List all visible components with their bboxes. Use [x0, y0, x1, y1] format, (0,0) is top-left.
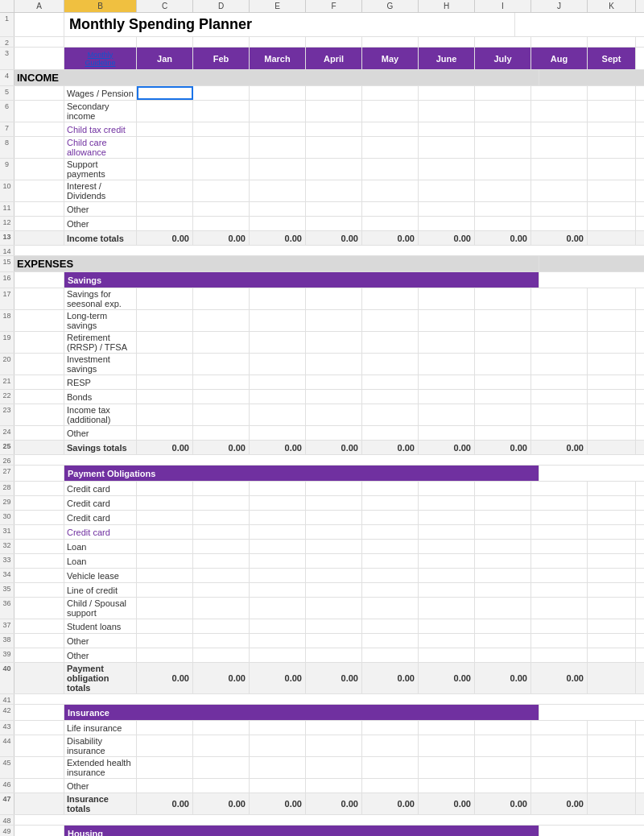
cell-9d[interactable]	[193, 159, 250, 180]
cell-12k[interactable]	[588, 217, 636, 230]
cell-19e[interactable]	[250, 332, 306, 353]
cell-23j[interactable]	[531, 404, 588, 425]
cell-36h[interactable]	[419, 598, 475, 619]
cell-10g[interactable]	[362, 180, 419, 201]
cell-8k[interactable]	[588, 137, 636, 158]
cell-6i[interactable]	[475, 101, 531, 122]
cell-44k[interactable]	[588, 735, 636, 756]
cell-34k[interactable]	[588, 569, 636, 582]
cell-39d[interactable]	[193, 648, 250, 662]
cell-46f[interactable]	[306, 779, 362, 793]
cell-5c[interactable]	[137, 86, 193, 100]
cell-35g[interactable]	[362, 583, 419, 597]
cell-6f[interactable]	[306, 101, 362, 122]
cell-38k[interactable]	[588, 634, 636, 648]
cell-29j[interactable]	[531, 496, 588, 510]
cell-44e[interactable]	[250, 735, 306, 756]
cell-9i[interactable]	[475, 159, 531, 180]
cell-18j[interactable]	[531, 310, 588, 331]
cell-31h[interactable]	[419, 525, 475, 539]
cell-7h[interactable]	[419, 122, 475, 136]
cell-33k[interactable]	[588, 554, 636, 568]
cell-31d[interactable]	[193, 525, 250, 539]
cell-35i[interactable]	[475, 583, 531, 597]
cell-8j[interactable]	[531, 137, 588, 158]
cell-24c[interactable]	[137, 426, 193, 440]
cell-17g[interactable]	[362, 288, 419, 309]
cell-44g[interactable]	[362, 735, 419, 756]
cell-10e[interactable]	[250, 180, 306, 201]
cell-35h[interactable]	[419, 583, 475, 597]
cell-20g[interactable]	[362, 354, 419, 375]
cell-7c[interactable]	[137, 122, 193, 136]
cell-21f[interactable]	[306, 375, 362, 389]
cell-5d[interactable]	[193, 86, 250, 100]
cell-11d[interactable]	[193, 202, 250, 216]
cell-31k[interactable]	[588, 525, 636, 539]
cell-28f[interactable]	[306, 482, 362, 495]
cell-24h[interactable]	[419, 426, 475, 440]
cell-32c[interactable]	[137, 540, 193, 553]
cell-31e[interactable]	[250, 525, 306, 539]
cell-18g[interactable]	[362, 310, 419, 331]
cell-20h[interactable]	[419, 354, 475, 375]
cell-34i[interactable]	[475, 569, 531, 582]
cell-24f[interactable]	[306, 426, 362, 440]
cell-9c[interactable]	[137, 159, 193, 180]
cell-21j[interactable]	[531, 375, 588, 389]
cell-6d[interactable]	[193, 101, 250, 122]
cell-34d[interactable]	[193, 569, 250, 582]
cell-8e[interactable]	[250, 137, 306, 158]
cell-23k[interactable]	[588, 404, 636, 425]
cell-17i[interactable]	[475, 288, 531, 309]
cell-39j[interactable]	[531, 648, 588, 662]
cell-6c[interactable]	[137, 101, 193, 122]
cell-45d[interactable]	[193, 757, 250, 778]
cell-36g[interactable]	[362, 598, 419, 619]
cell-9k[interactable]	[588, 159, 636, 180]
cell-30f[interactable]	[306, 511, 362, 524]
cell-38f[interactable]	[306, 634, 362, 648]
cell-36i[interactable]	[475, 598, 531, 619]
cell-30e[interactable]	[250, 511, 306, 524]
cell-11h[interactable]	[419, 202, 475, 216]
cell-23f[interactable]	[306, 404, 362, 425]
cell-28h[interactable]	[419, 482, 475, 495]
cell-20j[interactable]	[531, 354, 588, 375]
cell-19j[interactable]	[531, 332, 588, 353]
cell-43j[interactable]	[531, 721, 588, 735]
cell-21i[interactable]	[475, 375, 531, 389]
cell-12i[interactable]	[475, 217, 531, 230]
cell-8d[interactable]	[193, 137, 250, 158]
cell-7j[interactable]	[531, 122, 588, 136]
cell-20f[interactable]	[306, 354, 362, 375]
cell-29g[interactable]	[362, 496, 419, 510]
cell-39h[interactable]	[419, 648, 475, 662]
cell-37k[interactable]	[588, 619, 636, 633]
cell-12e[interactable]	[250, 217, 306, 230]
cell-23i[interactable]	[475, 404, 531, 425]
cell-29k[interactable]	[588, 496, 636, 510]
cell-18c[interactable]	[137, 310, 193, 331]
cell-28i[interactable]	[475, 482, 531, 495]
cell-29i[interactable]	[475, 496, 531, 510]
cell-17c[interactable]	[137, 288, 193, 309]
cell-31j[interactable]	[531, 525, 588, 539]
cell-31c[interactable]	[137, 525, 193, 539]
cell-11g[interactable]	[362, 202, 419, 216]
cell-17h[interactable]	[419, 288, 475, 309]
cell-11j[interactable]	[531, 202, 588, 216]
cell-5e[interactable]	[250, 86, 306, 100]
cell-28c[interactable]	[137, 482, 193, 495]
cell-18k[interactable]	[588, 310, 636, 331]
cell-10d[interactable]	[193, 180, 250, 201]
cell-19h[interactable]	[419, 332, 475, 353]
cell-12j[interactable]	[531, 217, 588, 230]
cell-19g[interactable]	[362, 332, 419, 353]
cell-21c[interactable]	[137, 375, 193, 389]
cell-11c[interactable]	[137, 202, 193, 216]
cell-28g[interactable]	[362, 482, 419, 495]
cell-38e[interactable]	[250, 634, 306, 648]
cell-28j[interactable]	[531, 482, 588, 495]
cell-36c[interactable]	[137, 598, 193, 619]
